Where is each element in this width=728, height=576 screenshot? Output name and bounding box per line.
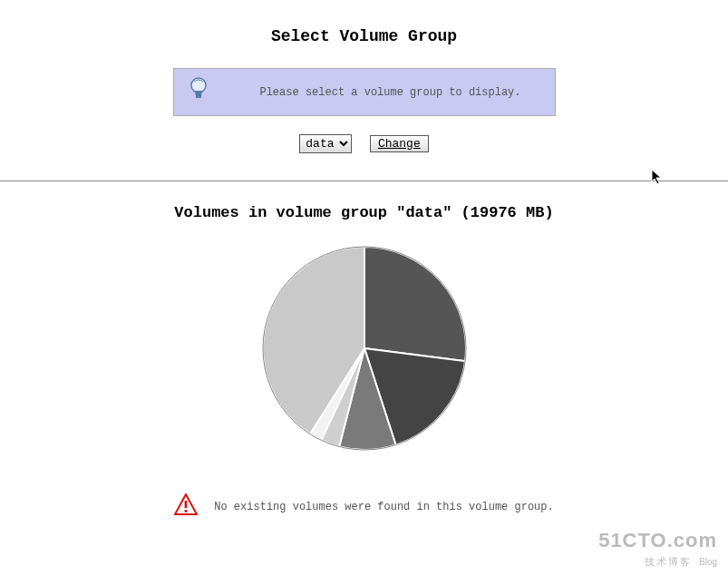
svg-rect-1 bbox=[196, 96, 201, 98]
controls-row: data Change bbox=[0, 134, 728, 153]
watermark-line2: 技术博客 bbox=[645, 556, 692, 567]
pie-chart bbox=[260, 244, 469, 457]
warning-icon bbox=[174, 493, 198, 520]
svg-rect-4 bbox=[185, 510, 188, 513]
watermark: 51CTO.com 技术博客 Blog bbox=[598, 529, 717, 569]
info-message: Please select a volume group to display. bbox=[236, 86, 546, 99]
volumes-title: Volumes in volume group "data" (19976 MB… bbox=[0, 204, 728, 221]
pie-slice bbox=[364, 247, 466, 361]
status-row: No existing volumes were found in this v… bbox=[0, 493, 728, 520]
watermark-line1: 51CTO.com bbox=[598, 529, 717, 552]
change-button[interactable]: Change bbox=[370, 135, 429, 152]
lightbulb-icon bbox=[189, 76, 209, 108]
info-bar: Please select a volume group to display. bbox=[173, 68, 556, 116]
cursor-icon bbox=[651, 169, 664, 190]
volume-group-select[interactable]: data bbox=[299, 134, 352, 153]
watermark-line3: Blog bbox=[699, 557, 717, 567]
volumes-section: Volumes in volume group "data" (19976 MB… bbox=[0, 181, 728, 520]
svg-rect-3 bbox=[185, 501, 188, 508]
select-vg-section: Select Volume Group Please select a volu… bbox=[0, 0, 728, 153]
page-title: Select Volume Group bbox=[0, 27, 728, 45]
status-message: No existing volumes were found in this v… bbox=[214, 501, 553, 513]
